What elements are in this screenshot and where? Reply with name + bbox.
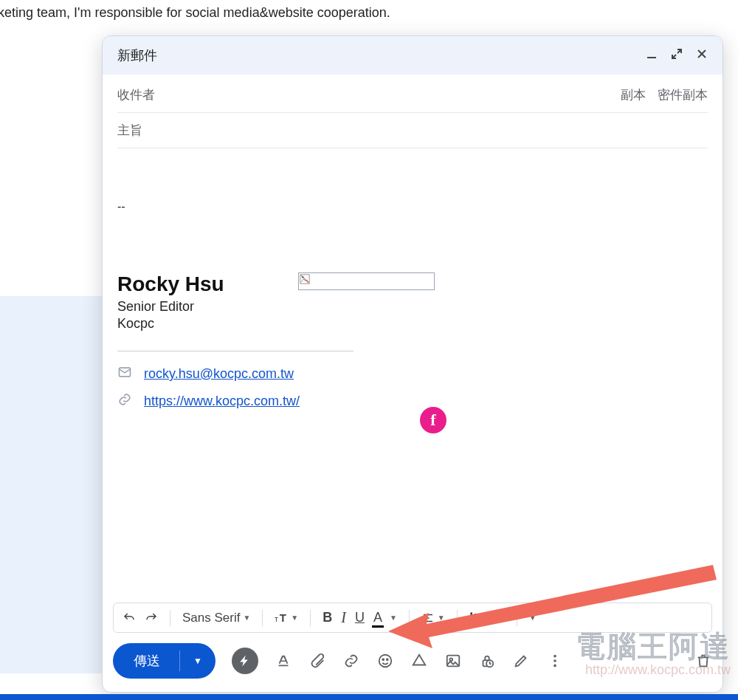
underline-button[interactable]: U [355,610,365,625]
svg-point-33 [554,665,556,668]
smart-compose-icon[interactable] [232,648,258,674]
emoji-icon[interactable] [376,652,394,670]
bold-button[interactable]: B [323,610,332,625]
signature-pen-icon[interactable] [512,652,530,670]
undo-icon[interactable] [123,611,136,625]
compose-title: 新郵件 [117,47,157,64]
text-format-toggle-icon[interactable] [275,652,292,670]
font-family-select[interactable]: Sans Serif ▼ [182,611,250,625]
discard-draft-icon[interactable] [694,652,712,670]
svg-point-24 [379,655,392,668]
window-bottom-border [0,694,738,700]
more-options-icon[interactable] [546,652,564,670]
bg-line: e ClevGuard marketing team, I'm responsi… [0,0,738,25]
align-button[interactable]: ▼ [421,611,445,625]
svg-point-28 [449,658,452,661]
signature-url-link[interactable]: https://www.kocpc.com.tw/ [144,394,300,409]
signature-name: Rocky Hsu [117,272,224,296]
send-bar: 傳送 ▼ [103,633,723,692]
subject-label: 主旨 [117,122,142,139]
font-size-select[interactable]: тT ▼ [275,611,298,625]
text-color-button[interactable]: A ▼ [373,610,397,625]
bulleted-list-button[interactable] [492,611,505,625]
signature-company: Kocpc [117,316,224,332]
bcc-toggle[interactable]: 密件副本 [658,86,708,103]
attach-file-icon[interactable] [308,652,326,670]
facebook-badge[interactable]: f [420,407,446,433]
expand-icon[interactable] [671,48,683,64]
signature-role: Senior Editor [117,299,224,315]
link-icon [117,392,132,411]
cc-toggle[interactable]: 副本 [621,86,646,103]
broken-image-placeholder [298,272,435,290]
svg-point-32 [554,659,556,662]
mail-icon [117,365,132,383]
svg-text:T: T [280,611,286,624]
recipients-label: 收件者 [117,86,155,103]
signature-divider [117,351,354,351]
close-icon[interactable] [696,48,708,64]
signature-email-link[interactable]: rocky.hsu@kocpc.com.tw [144,366,294,382]
svg-text:3: 3 [470,620,472,624]
recipients-row[interactable]: 收件者 副本 密件副本 [117,78,708,113]
numbered-list-button[interactable]: 123 [469,611,483,625]
compose-window: 新郵件 收件者 副本 密件副本 [102,35,723,693]
insert-photo-icon[interactable] [444,652,462,670]
svg-point-31 [554,655,556,658]
svg-point-19 [493,617,494,618]
insert-link-icon[interactable] [342,652,360,670]
compose-header: 新郵件 [103,36,723,75]
more-format-button[interactable]: ▼ [529,614,537,622]
minimize-icon[interactable] [646,48,658,64]
signature-separator: -- [117,200,708,213]
send-more-button[interactable]: ▼ [180,643,215,679]
svg-point-26 [387,659,388,660]
compose-body[interactable]: -- Rocky Hsu Senior Editor Kocpc ro [103,148,723,603]
send-button[interactable]: 傳送 [113,643,179,679]
svg-line-5 [300,275,308,284]
subject-row[interactable]: 主旨 [117,113,708,148]
svg-point-20 [493,621,494,622]
svg-text:т: т [275,614,278,622]
italic-button[interactable]: I [341,609,346,626]
svg-point-18 [493,613,494,614]
send-button-group: 傳送 ▼ [113,643,215,679]
confidential-mode-icon[interactable] [478,652,496,670]
redo-icon[interactable] [145,611,158,625]
svg-point-25 [382,659,384,660]
formatting-toolbar: Sans Serif ▼ тT ▼ B I U A ▼ ▼ 123 ▼ [113,603,712,633]
drive-icon[interactable] [410,652,428,670]
